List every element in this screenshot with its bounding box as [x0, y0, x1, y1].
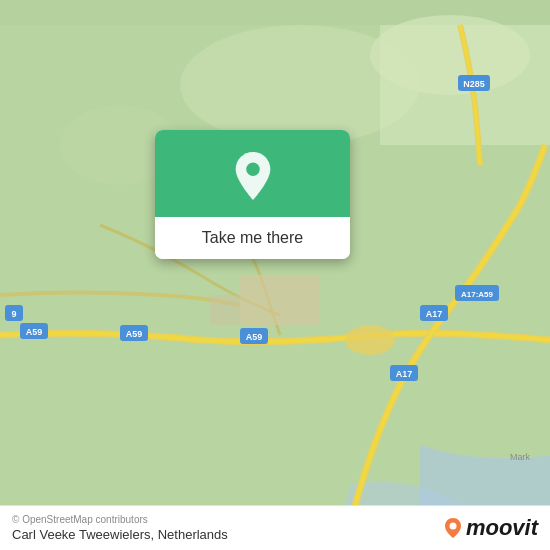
svg-point-5: [345, 325, 395, 355]
svg-rect-7: [210, 295, 240, 325]
svg-text:A17: A17: [426, 309, 443, 319]
take-me-there-button[interactable]: Take me there: [155, 217, 350, 259]
location-pin-icon: [231, 150, 275, 202]
brand-pin-icon: [444, 517, 462, 539]
svg-rect-6: [240, 275, 320, 325]
svg-text:N285: N285: [463, 79, 485, 89]
brand-name: moovit: [466, 515, 538, 541]
svg-text:Mark: Mark: [510, 452, 530, 462]
svg-point-26: [449, 523, 456, 530]
info-card: Take me there: [155, 130, 350, 259]
svg-text:A17:A59: A17:A59: [461, 290, 494, 299]
card-header: [155, 130, 350, 217]
bottom-bar: © OpenStreetMap contributors Carl Veeke …: [0, 505, 550, 550]
attribution-text: © OpenStreetMap contributors: [12, 514, 228, 525]
brand-logo: moovit: [444, 515, 538, 541]
svg-point-25: [246, 163, 259, 176]
svg-text:A59: A59: [26, 327, 43, 337]
svg-text:9: 9: [11, 309, 16, 319]
svg-text:A59: A59: [126, 329, 143, 339]
svg-text:A59: A59: [246, 332, 263, 342]
map-svg: A59 A59 A59 A17 A17 A17:A59 N285 9 Mark: [0, 0, 550, 550]
location-name: Carl Veeke Tweewielers, Netherlands: [12, 527, 228, 542]
map-container: A59 A59 A59 A17 A17 A17:A59 N285 9 Mark: [0, 0, 550, 550]
svg-text:A17: A17: [396, 369, 413, 379]
